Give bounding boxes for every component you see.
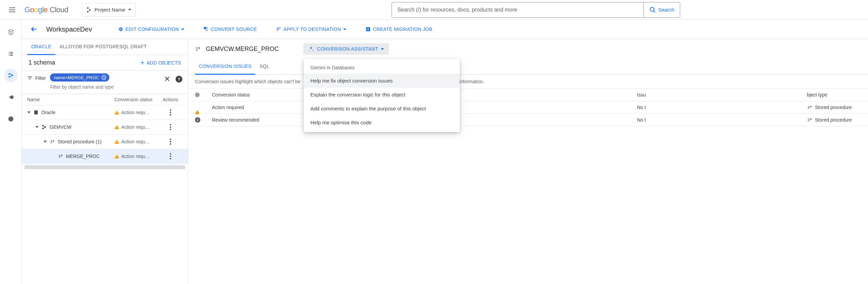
source-tabs: ORACLE ALLOYDB FOR POSTGRESQL DRAFT [22,39,188,55]
help-icon[interactable]: ? [176,76,182,83]
issue-row[interactable]: iReview recommendedNo tStored procedure [188,114,868,126]
search-input[interactable] [392,7,644,13]
create-migration-job-button[interactable]: CREATE MIGRATION JOB [364,24,434,35]
dropdown-item[interactable]: Help me fix object conversion issues [304,74,460,88]
sparkle-icon [308,46,314,52]
chevron-down-icon [181,29,184,30]
object-title: GEMVCW.MERGE_PROC [206,46,279,53]
gear-icon [118,26,123,32]
tab-sql[interactable]: SQL [255,59,273,74]
rail-list[interactable] [4,47,18,60]
tree-status: Action requ… [114,139,159,144]
horizontal-scrollbar[interactable] [24,165,185,169]
search-icon [649,6,656,13]
dropdown-item[interactable]: Add comments to explain the purpose of t… [304,102,460,116]
tab-oracle[interactable]: ORACLE [27,39,55,55]
dropdown-header: Gemini in Databases [304,61,460,74]
topbar: Google Cloud Project Name Search [0,0,868,20]
expand-icon[interactable] [43,141,47,143]
svg-rect-19 [277,30,278,31]
conversion-assistant-button[interactable]: CONVERSION ASSISTANT [303,43,389,55]
svg-rect-3 [10,52,13,53]
icon-rail [0,20,22,284]
schema-count: 1 schema [29,59,55,66]
add-objects-button[interactable]: + ADD OBJECTS [141,59,181,66]
tree-row[interactable]: OracleAction requ… [22,105,188,120]
rail-migrate[interactable] [4,90,18,104]
rail-workspace[interactable] [4,69,18,82]
clear-filter-icon[interactable]: ✕ [164,75,170,84]
right-pane: GEMVCW.MERGE_PROC CONVERSION ASSISTANT C… [188,39,868,284]
project-icon [86,7,92,13]
rail-layers[interactable] [4,25,18,39]
svg-point-0 [650,7,654,11]
database-icon [33,110,39,115]
info-icon: i [195,117,200,123]
svg-rect-25 [42,128,44,129]
chevron-down-icon [381,48,384,50]
convert-source-button[interactable]: CONVERT SOURCE [202,24,258,35]
svg-rect-14 [277,28,278,29]
status-dot-icon [195,92,200,97]
warning-icon [114,140,119,144]
dropdown-item[interactable]: Explain the conversion logic for this ob… [304,88,460,102]
svg-rect-17 [277,29,278,30]
svg-rect-18 [278,29,279,30]
issue-text: No t [637,105,807,110]
row-actions-menu[interactable] [168,152,173,161]
plus-icon: + [141,59,145,66]
back-arrow-icon[interactable] [30,25,38,33]
chevron-down-icon [343,29,346,30]
tree-row[interactable]: MERGE_PROCAction requ… [22,149,188,164]
left-pane: ORACLE ALLOYDB FOR POSTGRESQL DRAFT 1 sc… [22,39,188,284]
issues-header: Conversion status Issu bject type [188,88,868,101]
apply-destination-button[interactable]: APPLY TO DESTINATION [275,24,348,35]
rail-globe[interactable] [4,112,18,126]
warning-icon [114,110,119,114]
row-actions-menu[interactable] [168,123,173,131]
workspace-title: WorkspaceDev [46,25,92,33]
col-name: Name [27,97,114,102]
dropdown-item[interactable]: Help me optimise this code [304,116,460,129]
svg-rect-6 [9,55,10,56]
row-actions-menu[interactable] [168,108,173,117]
issue-text: No t [637,117,807,123]
svg-rect-8 [8,73,10,75]
tree-row[interactable]: GEMVCWAction requ… [22,120,188,135]
project-name: Project Name [94,7,125,13]
hamburger-menu[interactable] [5,3,19,17]
row-actions-menu[interactable] [168,137,173,146]
filter-input[interactable] [50,83,160,91]
project-selector[interactable]: Project Name [82,3,136,17]
grid-icon [276,26,282,32]
svg-line-1 [654,11,655,12]
tree-row[interactable]: Stored procedure (1)Action requ… [22,135,188,149]
issue-obj-type: Stored procedure [807,117,861,123]
filter-label: Filter [35,75,46,81]
conversion-assistant-dropdown: Gemini in Databases Help me fix object c… [304,59,460,132]
svg-rect-2 [9,52,10,53]
edit-configuration-button[interactable]: EDIT CONFIGURATION [116,24,185,35]
svg-rect-16 [279,28,281,29]
tab-conversion-issues[interactable]: CONVERSION ISSUES [195,59,255,75]
tab-alloydb[interactable]: ALLOYDB FOR POSTGRESQL DRAFT [55,39,151,55]
google-cloud-logo[interactable]: Google Cloud [24,5,68,14]
svg-rect-7 [10,55,13,56]
svg-rect-5 [10,53,13,54]
logo-cloud-text: Cloud [50,5,68,14]
filter-icon [27,75,33,81]
issues-description: Conversion issues highlight which object… [188,75,868,88]
svg-rect-26 [44,126,46,128]
col-actions: Actions [159,97,182,102]
search-button[interactable]: Search [644,2,680,17]
filter-chip[interactable]: name=MERGE_PROC ✕ [50,73,109,82]
chip-remove-icon[interactable]: ✕ [101,75,107,80]
warning-icon [114,125,119,129]
expand-icon[interactable] [35,126,39,128]
svg-rect-4 [9,53,10,54]
tree-status: Action requ… [114,154,159,159]
issue-row[interactable]: Action requiredNo tStored procedure [188,101,868,114]
tree-node-label: MERGE_PROC [66,154,100,159]
expand-icon[interactable] [27,111,31,113]
col-status: Conversion status [114,97,159,102]
